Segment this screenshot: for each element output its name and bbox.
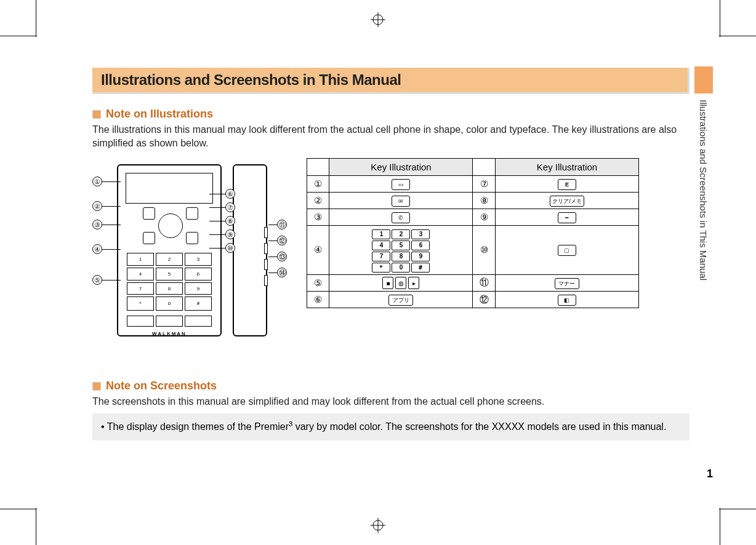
section-heading: Note on Screenshots (106, 380, 217, 392)
callout-3: ③ (92, 220, 102, 229)
section-illustrations: Note on Illustrations The illustrations … (92, 108, 702, 343)
page-title: Illustrations and Screenshots in This Ma… (92, 68, 690, 94)
section-bullet-icon (92, 110, 101, 119)
phone-side-illustration (233, 164, 267, 336)
callout-11: ⑪ (277, 220, 287, 229)
section-body: The screenshots in this manual are simpl… (92, 395, 702, 408)
callout-5: ⑤ (92, 275, 102, 285)
phone-illustration-group: 123 456 789 ＊0＃ WALKMAN ① (92, 158, 292, 343)
manner-key: マナー (555, 278, 579, 289)
note-box: • The display design themes of the Premi… (92, 413, 690, 440)
table-row: ② ✉ ⑧ クリア/メモ (307, 193, 639, 209)
table-row: ⑤ ■◍▸ ⑪ マナー (307, 274, 639, 292)
numpad-icon: 123 456 789 ＊0＃ (372, 229, 430, 272)
center-trio-icon: ■◍▸ (382, 277, 419, 289)
callout-1: ① (92, 177, 102, 186)
section-bullet-icon (92, 382, 101, 391)
key-illustration-table: Key Illustration Key Illustration ① ▭ ⑦ … (307, 158, 639, 308)
table-row: ④ 123 456 789 ＊0＃ ⑩ ▢ (307, 226, 639, 275)
call-icon: ✆ (392, 212, 410, 223)
callout-12: ⑫ (277, 236, 287, 245)
registration-mark-top (371, 12, 385, 27)
callout-4: ④ (92, 244, 102, 254)
book-icon: ▭ (392, 179, 410, 190)
callout-14: ⑭ (277, 268, 287, 277)
section-heading: Note on Illustrations (106, 108, 213, 121)
appli-key: アプリ (388, 295, 413, 306)
mail-icon: ✉ (392, 196, 410, 207)
win-icon: ▢ (558, 245, 576, 256)
walkman-logo: WALKMAN (118, 331, 220, 336)
table-row: ① ▭ ⑦ E (307, 176, 639, 193)
end-icon: ━ (558, 212, 576, 223)
table-row: ③ ✆ ⑨ ━ (307, 209, 639, 226)
registration-mark-bottom (371, 518, 385, 533)
e-icon: E (558, 179, 576, 190)
callout-13: ⑬ (277, 252, 287, 261)
table-header-2: Key Illustration (495, 159, 638, 176)
section-body: The illustrations in this manual may loo… (92, 123, 702, 149)
table-row: ⑥ アプリ ⑫ ◧ (307, 292, 639, 308)
callout-2: ② (92, 201, 102, 211)
phone-front-illustration: 123 456 789 ＊0＃ WALKMAN (117, 164, 222, 336)
clear-memo-key: クリア/メモ (550, 196, 584, 207)
page-number: 1 (707, 467, 713, 480)
table-header-1: Key Illustration (329, 159, 473, 176)
note-text: • The display design themes of the Premi… (101, 420, 666, 434)
camera-icon: ◧ (558, 295, 576, 306)
section-screenshots: Note on Screenshots The screenshots in t… (92, 380, 702, 440)
